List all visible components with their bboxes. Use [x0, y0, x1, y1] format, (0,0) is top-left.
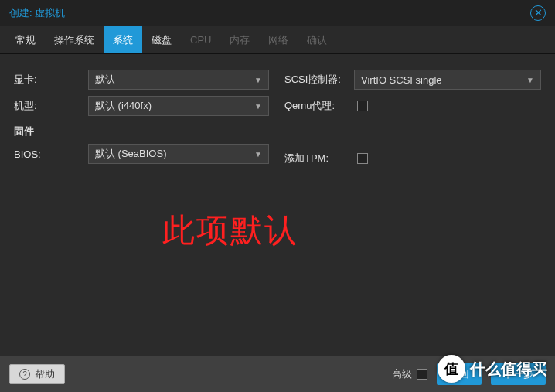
advanced-toggle[interactable]: 高级 [392, 367, 427, 381]
tab-confirm: 确认 [298, 26, 336, 53]
graphics-select[interactable]: 默认 ▼ [88, 70, 269, 90]
tab-system[interactable]: 系统 [104, 26, 142, 53]
bios-select[interactable]: 默认 (SeaBIOS) ▼ [88, 144, 269, 164]
scsi-label: SCSI控制器: [284, 73, 354, 87]
watermark: 值 什么值得买 [438, 355, 547, 383]
firmware-section-header: 固件 [14, 121, 269, 142]
scsi-value: VirtIO SCSI single [361, 74, 442, 86]
scsi-select[interactable]: VirtIO SCSI single ▼ [354, 70, 541, 90]
advanced-label: 高级 [392, 367, 412, 381]
qemu-agent-label: Qemu代理: [284, 99, 354, 113]
qemu-agent-checkbox[interactable] [357, 101, 368, 111]
bios-label: BIOS: [14, 148, 88, 160]
machine-value: 默认 (i440fx) [95, 99, 152, 113]
tab-cpu: CPU [181, 26, 220, 53]
advanced-checkbox[interactable] [417, 369, 427, 380]
chevron-down-icon: ▼ [254, 76, 262, 84]
window-title: 创建: 虚拟机 [9, 6, 65, 20]
bios-value: 默认 (SeaBIOS) [95, 147, 166, 161]
machine-label: 机型: [14, 99, 88, 113]
wizard-tabs: 常规 操作系统 系统 磁盘 CPU 内存 网络 确认 [0, 26, 555, 54]
watermark-icon: 值 [438, 355, 465, 383]
help-button[interactable]: ? 帮助 [9, 364, 65, 384]
chevron-down-icon: ▼ [254, 102, 262, 111]
tab-disk[interactable]: 磁盘 [142, 26, 181, 53]
help-label: 帮助 [35, 367, 55, 381]
machine-select[interactable]: 默认 (i440fx) ▼ [88, 96, 269, 116]
add-tpm-checkbox[interactable] [357, 153, 368, 164]
watermark-text: 什么值得买 [470, 359, 547, 380]
tab-general[interactable]: 常规 [6, 26, 45, 53]
title-bar: 创建: 虚拟机 ✕ [0, 0, 555, 26]
chevron-down-icon: ▼ [526, 76, 534, 84]
add-tpm-label: 添加TPM: [284, 152, 354, 165]
graphics-value: 默认 [95, 73, 115, 87]
content-panel: 显卡: 默认 ▼ 机型: 默认 (i440fx) ▼ 固件 BIOS: 默认 (… [0, 54, 555, 356]
annotation-text: 此项默认 [162, 209, 298, 252]
graphics-label: 显卡: [14, 73, 88, 87]
tab-network: 网络 [259, 26, 298, 53]
tab-memory: 内存 [220, 26, 259, 53]
tab-os[interactable]: 操作系统 [45, 26, 104, 53]
help-icon: ? [19, 369, 30, 380]
chevron-down-icon: ▼ [254, 150, 262, 159]
close-icon[interactable]: ✕ [530, 5, 546, 21]
